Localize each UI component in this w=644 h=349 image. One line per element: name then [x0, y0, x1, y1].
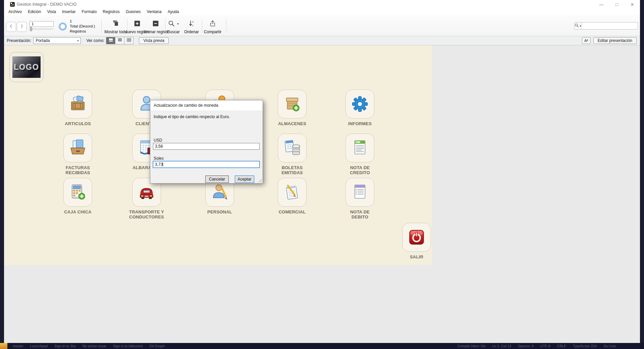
list-view-icon — [117, 38, 123, 43]
articulos-icon — [63, 90, 92, 118]
tile-nota-debito[interactable]: NOTA DE DEBITO — [335, 178, 385, 219]
chevron-left-icon — [8, 23, 14, 30]
statusbar-item[interactable]: UTF-8 — [540, 344, 550, 348]
statusbar-item[interactable]: TypeScript JSX — [573, 344, 597, 348]
maximize-button[interactable]: □ — [609, 0, 625, 9]
statusbar-item[interactable]: Git Graph — [150, 344, 165, 348]
show-all-icon — [112, 19, 120, 29]
chevron-right-icon — [19, 23, 24, 30]
next-record-button[interactable] — [17, 22, 27, 32]
facturas-recibidas-icon — [63, 134, 92, 162]
statusbar-item[interactable]: Launchpad — [30, 344, 48, 348]
svg-text:a: a — [192, 20, 194, 23]
chevron-down-icon: ▼ — [177, 22, 179, 26]
tile-transporte[interactable]: TRANSPORTE Y CONDUCTORES — [121, 178, 172, 219]
record-count-value: 1 — [70, 19, 95, 24]
menu-archivo[interactable]: Archivo — [5, 9, 25, 15]
presentation-select[interactable]: Portada ▾ — [33, 37, 81, 44]
close-button[interactable]: ✕ — [625, 0, 640, 9]
menu-formato[interactable]: Formato — [79, 9, 100, 15]
search-input[interactable] — [582, 22, 638, 29]
power-icon — [402, 223, 431, 252]
tile-salir[interactable]: SALIR — [391, 223, 442, 259]
sort-icon: az — [188, 20, 195, 29]
boletas-emitidas-icon — [278, 134, 307, 162]
statusbar-item[interactable]: Sign in to Jira — [54, 344, 76, 348]
record-pie-icon — [59, 22, 67, 31]
layout-bar: Presentación: Portada ▾ Ver como: Vista … — [4, 36, 640, 45]
statusbar-item[interactable]: No active issue — [83, 344, 106, 348]
menu-vista[interactable]: Vista — [44, 9, 59, 15]
nota-debito-icon — [345, 178, 374, 207]
nota-credito-icon — [345, 134, 374, 162]
list-view-button[interactable] — [115, 37, 124, 44]
accept-button[interactable]: Aceptar — [235, 176, 254, 183]
table-view-button[interactable] — [124, 37, 133, 44]
tile-facturas-recibidas[interactable]: FACTURAS RECIBIDAS — [53, 134, 103, 175]
share-button[interactable]: Compartir — [201, 19, 224, 34]
previous-record-button[interactable] — [6, 22, 16, 32]
tile-comercial[interactable]: COMERCIAL — [267, 178, 317, 214]
menu-ventana[interactable]: Ventana — [144, 9, 165, 15]
record-count-caption: Total (Desord.) — [70, 24, 95, 29]
tile-articulos[interactable]: ARTICULOS — [53, 90, 103, 126]
statusbar-item[interactable]: Spaces: 4 — [518, 344, 534, 348]
edit-layout-button[interactable]: Editar presentación — [593, 37, 637, 44]
tile-almacenes[interactable]: ALMACENES — [267, 90, 317, 126]
record-counts: 1 Total (Desord.) Registros — [70, 19, 95, 34]
share-icon — [209, 20, 216, 29]
statusbar-left: masterLaunchpadSign in to JiraNo active … — [13, 344, 171, 348]
dialog-title: Actualizacion de cambio de moneda — [150, 100, 263, 110]
menu-ayuda[interactable]: Ayuda — [165, 9, 182, 15]
view-mode-switch — [106, 37, 133, 44]
resize-grip[interactable] — [258, 179, 262, 183]
currency-dialog: Actualizacion de cambio de moneda Indiqu… — [150, 100, 263, 184]
view-as-label: Ver como: — [86, 38, 104, 43]
statusbar-item[interactable]: Go Live — [604, 344, 616, 348]
logo-image: LOGO — [12, 56, 41, 78]
menu-registros[interactable]: Registros — [100, 9, 123, 15]
toolbar: 1 1 Total (Desord.) Registros Mostrar to… — [4, 15, 640, 36]
titlebar: Gestion Integral - DEMO VACIO — □ ✕ — [4, 0, 640, 9]
quick-search[interactable]: ▾ — [574, 22, 638, 30]
statusbar: masterLaunchpadSign in to JiraNo active … — [0, 343, 644, 349]
records-section-label: Registros — [70, 29, 95, 34]
statusbar-item[interactable]: master — [13, 344, 23, 348]
show-all-button[interactable]: Mostrar todo — [104, 19, 127, 34]
usd-input[interactable]: 3,58 — [153, 143, 260, 150]
new-record-icon — [133, 20, 141, 29]
statusbar-item[interactable]: CRLF — [557, 344, 566, 348]
toolbar-separator — [226, 19, 226, 33]
record-slider-handle[interactable] — [30, 27, 32, 31]
statusbar-item[interactable]: Compile Hero: On — [458, 344, 486, 348]
menu-insertar[interactable]: Insertar — [59, 9, 79, 15]
form-view-button[interactable] — [106, 37, 115, 44]
record-slider[interactable] — [30, 29, 53, 30]
menu-edicion[interactable]: Edición — [25, 9, 44, 15]
preview-button[interactable]: Vista previa — [139, 37, 168, 44]
search-icon — [168, 20, 175, 29]
statusbar-item[interactable]: Ln 1, Col 13 — [492, 344, 512, 348]
soles-input[interactable]: 3,73 — [153, 161, 260, 168]
tile-caja-chica[interactable]: CAJA CHICA — [53, 178, 103, 214]
table-view-icon — [126, 38, 132, 43]
tile-nota-credito[interactable]: NOTA DE CREDITO — [335, 134, 385, 175]
text-format-button[interactable]: Aª — [582, 37, 591, 44]
tile-boletas-emitidas[interactable]: BOLETAS EMITIDAS — [267, 134, 317, 175]
minimize-button[interactable]: — — [594, 0, 609, 9]
tile-informes[interactable]: INFORMES — [335, 90, 385, 126]
taskbar-badge-icon[interactable] — [0, 343, 7, 349]
form-view-icon — [108, 38, 114, 43]
delete-record-icon — [152, 20, 159, 29]
usd-label: USD — [154, 138, 162, 143]
record-number-field[interactable]: 1 — [30, 21, 54, 27]
window-controls: — □ ✕ — [594, 0, 640, 9]
cancel-button[interactable]: Cancelar — [205, 176, 229, 183]
menubar: Archivo Edición Vista Insertar Formato R… — [4, 9, 640, 15]
sort-button[interactable]: az Ordenar — [180, 19, 203, 34]
menu-guiones[interactable]: Guiones — [123, 9, 144, 15]
statusbar-item[interactable]: Sign in to bitbucket — [113, 344, 143, 348]
search-icon[interactable]: ▾ — [575, 22, 582, 29]
chevron-down-icon: ▾ — [77, 39, 78, 42]
dialog-message: Indique el tipo de cambio respecto al Eu… — [154, 114, 230, 119]
